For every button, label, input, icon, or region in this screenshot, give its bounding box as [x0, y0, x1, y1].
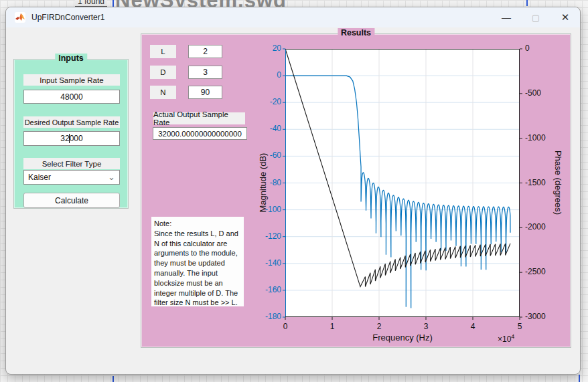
background-signal-line [113, 376, 114, 382]
result-L-field[interactable]: 2 [188, 45, 222, 58]
y-tick-label-left: -80 [252, 178, 281, 188]
y-tick-label-right: -500 [525, 88, 555, 98]
y-tick-label-right: -2000 [525, 222, 555, 232]
result-N-field[interactable]: 90 [188, 86, 222, 99]
filter-type-dropdown[interactable]: Kaiser ⌄ [23, 170, 120, 185]
y-tick-label-right: -1500 [525, 178, 555, 188]
y-tick-label-left: -40 [252, 124, 281, 134]
note-text: Note: Since the results L, D and N of th… [151, 217, 244, 306]
y-tick-label-left: -20 [252, 97, 281, 107]
y-tick-label-left: -60 [252, 151, 281, 161]
y-tick-label-left: 0 [252, 70, 281, 80]
select-filter-type-label: Select Filter Type [23, 158, 120, 169]
x-tick-label: 3 [416, 322, 436, 332]
result-D-field[interactable]: 3 [188, 66, 222, 79]
background-signal-line [526, 0, 528, 6]
x-tick-label: 5 [510, 322, 530, 332]
desired-output-sample-rate-field[interactable]: 32000 [23, 131, 120, 146]
x-tick-label: 0 [275, 322, 295, 332]
results-panel-title: Results [338, 28, 374, 37]
result-L-label: L [150, 45, 176, 58]
result-D-label: D [150, 66, 176, 79]
calculate-button[interactable]: Calculate [23, 193, 120, 208]
y-tick-label-right: 0 [525, 43, 555, 54]
background-signal-line [113, 0, 114, 7]
y-tick-label-right: -1000 [525, 133, 555, 143]
x-tick-label: 4 [463, 322, 483, 332]
y-tick-label-left: -120 [252, 231, 281, 242]
screen: NewSystem.swd 1 found UpFIRDnConverter1 … [0, 0, 588, 382]
close-button[interactable]: ✕ [550, 7, 580, 27]
x-axis-multiplier: ×104 [498, 333, 514, 344]
plot-canvas [285, 49, 520, 317]
minimize-button[interactable]: — [492, 7, 521, 27]
matlab-icon [15, 12, 25, 23]
actual-output-sample-rate-label: Actual Output Sample Rate [153, 112, 245, 124]
results-panel: Results L 2 D 3 N 90 Actual Output Sampl… [141, 33, 571, 348]
window-controls: — ▢ ✕ [492, 7, 580, 27]
input-sample-rate-field[interactable]: 48000 [23, 90, 120, 104]
desired-output-sample-rate-value: 32000 [60, 134, 82, 143]
filter-type-selected-value: Kaiser [28, 173, 51, 182]
frequency-axis-label: Frequency (Hz) [372, 332, 433, 343]
y-tick-label-left: 20 [252, 43, 281, 54]
y-tick-label-left: -140 [252, 258, 281, 268]
y-tick-label-left: -180 [252, 312, 281, 322]
actual-output-sample-rate-field[interactable]: 32000.00000000000000 [153, 127, 247, 140]
text-caret [69, 134, 70, 143]
titlebar[interactable]: UpFIRDnConverter1 — ▢ ✕ [6, 7, 580, 27]
y-tick-label-right: -2500 [525, 267, 555, 277]
phase-axis-label: Phase (degrees) [553, 151, 563, 215]
chevron-down-icon: ⌄ [108, 172, 115, 182]
window-title: UpFIRDnConverter1 [31, 13, 104, 22]
y-tick-label-left: -100 [252, 205, 281, 215]
maximize-button[interactable]: ▢ [521, 7, 550, 27]
background-signal-line [579, 375, 580, 382]
x-tick-label: 1 [322, 322, 342, 332]
result-N-label: N [150, 86, 176, 99]
filter-response-plot [285, 49, 520, 317]
inputs-panel: Inputs Input Sample Rate 48000 Desired O… [13, 59, 129, 209]
y-tick-label-left: -160 [252, 285, 281, 295]
desired-output-sample-rate-label: Desired Output Sample Rate [23, 116, 120, 128]
x-tick-label: 2 [369, 322, 389, 332]
input-sample-rate-label: Input Sample Rate [23, 74, 120, 86]
y-tick-label-right: -3000 [525, 312, 555, 322]
magnitude-axis-label: Magnitude (dB) [258, 153, 268, 213]
inputs-panel-title: Inputs [55, 54, 87, 63]
